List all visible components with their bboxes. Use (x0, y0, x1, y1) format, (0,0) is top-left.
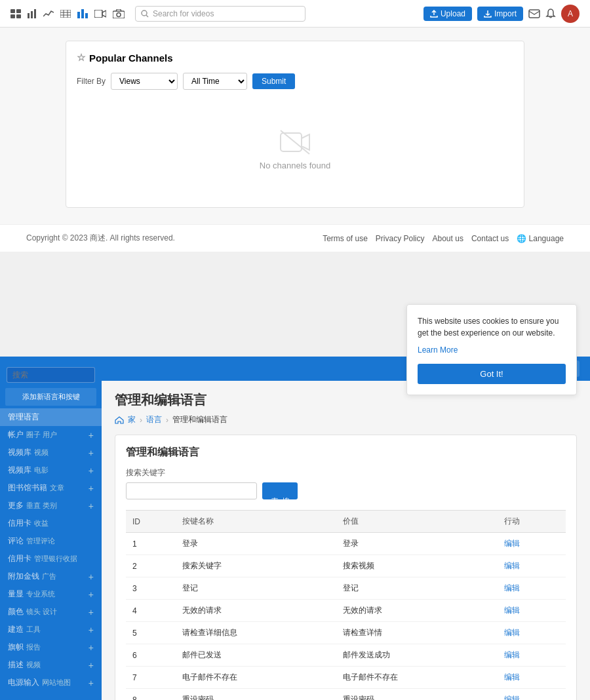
table-row: 8 重设密码 重设密码 编辑 (126, 689, 566, 701)
cell-key: 无效的请求 (176, 600, 337, 622)
expand-icon-6[interactable]: + (88, 572, 94, 582)
star-icon: ☆ (77, 52, 85, 64)
admin-sidebar: 添加新语言和按键 管理语言 帐户 圈子 用户 + 视频库 视频 + 视频库 电影… (0, 357, 102, 700)
sidebar-item-credit2[interactable]: 信用卡 管理银行收据 (0, 550, 102, 568)
upload-button[interactable]: Upload (423, 7, 472, 21)
cell-action: 编辑 (498, 622, 566, 644)
edit-link[interactable]: 编辑 (504, 606, 520, 615)
channels-card: ☆ Popular Channels Filter By Views Likes… (66, 41, 524, 208)
table-row: 7 电子邮件不存在 电子邮件不存在 编辑 (126, 667, 566, 689)
cell-id: 8 (126, 689, 176, 701)
sidebar-item-library[interactable]: 图书馆书籍 文章 + (0, 479, 102, 497)
cell-action: 编辑 (498, 644, 566, 667)
message-icon[interactable] (528, 9, 540, 18)
table-row: 2 搜索关键字 搜索视频 编辑 (126, 555, 566, 577)
time-filter-select[interactable]: All Time Today This Week This Month (183, 73, 247, 90)
edit-link[interactable]: 编辑 (504, 695, 520, 700)
expand-icon-7[interactable]: + (88, 589, 94, 600)
sidebar-item-build[interactable]: 建造 工具 + (0, 621, 102, 638)
cookie-section: This website uses cookies to ensure you … (0, 252, 590, 357)
privacy-link[interactable]: Privacy Policy (376, 234, 425, 243)
sidebar-search-input[interactable] (7, 367, 95, 383)
breadcrumb: 家 › 语言 › 管理和编辑语言 (115, 414, 577, 425)
column-chart-icon[interactable] (77, 9, 88, 18)
camera-icon[interactable] (113, 9, 125, 18)
search-key-input[interactable] (126, 482, 257, 499)
expand-icon-3[interactable]: + (88, 465, 94, 476)
edit-link[interactable]: 编辑 (504, 561, 520, 570)
cell-value: 请检查详情 (336, 622, 498, 644)
table-icon[interactable] (60, 10, 71, 18)
import-icon (484, 10, 492, 18)
sidebar-item-ads[interactable]: 附加金钱 广告 + (0, 568, 102, 585)
got-it-button[interactable]: Got It! (418, 364, 566, 384)
sidebar-item-sitemap[interactable]: 电源输入 网站地图 + (0, 674, 102, 691)
svg-rect-3 (16, 14, 21, 18)
table-row: 1 登录 登录 编辑 (126, 533, 566, 555)
expand-icon-2[interactable]: + (88, 448, 94, 458)
edit-link[interactable]: 编辑 (504, 539, 520, 548)
svg-rect-1 (16, 9, 21, 13)
expand-icon-12[interactable]: + (88, 678, 94, 688)
expand-icon-11[interactable]: + (88, 660, 94, 671)
col-action: 行动 (498, 511, 566, 533)
search-key-button[interactable]: 搜索 (262, 482, 298, 499)
sidebar-item-videos1[interactable]: 视频库 视频 + (0, 444, 102, 461)
edit-link[interactable]: 编辑 (504, 628, 520, 637)
grid-icon[interactable] (10, 9, 21, 18)
video-icon[interactable] (94, 10, 106, 18)
svg-rect-13 (81, 9, 84, 18)
cell-action: 编辑 (498, 689, 566, 701)
learn-more-link[interactable]: Learn More (418, 344, 566, 356)
cell-action: 编辑 (498, 555, 566, 577)
sidebar-item-more[interactable]: 更多 垂直 类别 + (0, 497, 102, 515)
footer-links: Terms of use Privacy Policy About us Con… (323, 234, 564, 243)
edit-link[interactable]: 编辑 (504, 672, 520, 682)
line-chart-icon[interactable] (43, 10, 54, 18)
about-link[interactable]: About us (433, 234, 463, 243)
admin-card: 管理和编辑语言 搜索关键字 搜索 ID 按键名称 价值 行动 (115, 435, 577, 700)
admin-section: 添加新语言和按键 管理语言 帐户 圈子 用户 + 视频库 视频 + 视频库 电影… (0, 357, 590, 700)
expand-icon-4[interactable]: + (88, 483, 94, 494)
edit-link[interactable]: 编辑 (504, 650, 520, 659)
svg-rect-7 (60, 10, 71, 18)
copyright: Copyright © 2023 商述. All rights reserved… (26, 233, 175, 244)
submit-button[interactable]: Submit (252, 73, 295, 89)
sidebar-active-item[interactable]: 管理语言 (0, 408, 102, 426)
expand-icon[interactable]: + (88, 430, 94, 440)
expand-icon-5[interactable]: + (88, 501, 94, 511)
cell-id: 6 (126, 644, 176, 667)
svg-line-20 (146, 15, 148, 17)
no-video-icon (279, 129, 311, 155)
bell-icon[interactable] (545, 9, 556, 19)
sidebar-item-credit1[interactable]: 信用卡 收益 (0, 515, 102, 532)
table-row: 3 登记 登记 编辑 (126, 577, 566, 600)
filter-by-select[interactable]: Views Likes Subscribers (111, 73, 178, 90)
add-lang-button[interactable]: 添加新语言和按键 (5, 388, 96, 406)
expand-icon-9[interactable]: + (88, 625, 94, 635)
sidebar-item-flag[interactable]: 旗帜 报告 + (0, 638, 102, 656)
sidebar-item-desc[interactable]: 描述 视频 + (0, 656, 102, 674)
expand-icon-10[interactable]: + (88, 642, 94, 653)
contact-link[interactable]: Contact us (471, 234, 509, 243)
table-row: 4 无效的请求 无效的请求 编辑 (126, 600, 566, 622)
sidebar-item-videos2[interactable]: 视频库 电影 + (0, 461, 102, 479)
table-row: 5 请检查详细信息 请检查详情 编辑 (126, 622, 566, 644)
terms-link[interactable]: Terms of use (323, 234, 368, 243)
breadcrumb-home[interactable]: 家 (128, 414, 136, 425)
sidebar-item-review[interactable]: 评论 管理评论 (0, 532, 102, 550)
sidebar-item-accounts[interactable]: 帐户 圈子 用户 + (0, 426, 102, 444)
search-key-row: 搜索 (126, 482, 566, 499)
svg-rect-5 (31, 11, 33, 18)
language-link[interactable]: 🌐 Language (517, 234, 564, 243)
sidebar-item-color[interactable]: 颜色 镜头 设计 + (0, 603, 102, 621)
expand-icon-8[interactable]: + (88, 607, 94, 617)
edit-link[interactable]: 编辑 (504, 583, 520, 593)
search-bar[interactable]: Search for videos (135, 6, 305, 22)
avatar[interactable]: A (561, 5, 580, 23)
breadcrumb-language[interactable]: 语言 (146, 414, 162, 425)
search-placeholder: Search for videos (153, 9, 214, 18)
import-button[interactable]: Import (477, 7, 523, 21)
sidebar-item-pro[interactable]: 量显 专业系统 + (0, 585, 102, 603)
bar-chart-icon[interactable] (28, 9, 37, 18)
